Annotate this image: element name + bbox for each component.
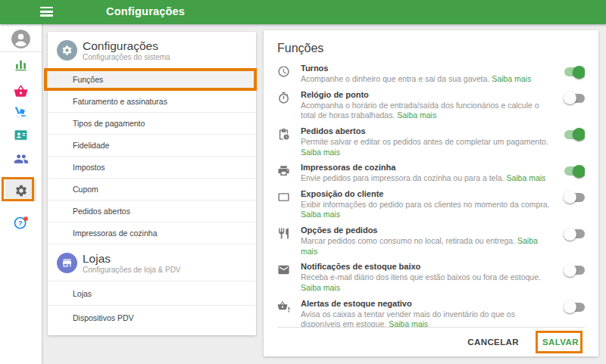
store-circle-icon bbox=[57, 253, 77, 273]
function-row-exposicao-cliente: Exposição do cliente Exibir informações … bbox=[277, 189, 585, 220]
settings-subtitle: Configurações do sistema bbox=[83, 53, 170, 61]
nav-item-label: Funções bbox=[73, 75, 103, 84]
contact-card-icon[interactable] bbox=[0, 128, 42, 142]
function-description: Permite salvar e editar os pedidos antes… bbox=[301, 137, 554, 157]
nav-item-faturamento[interactable]: Faturamento e assinaturas bbox=[48, 90, 256, 112]
toggle-knob bbox=[573, 128, 585, 141]
saiba-mais-link[interactable]: Saiba mais bbox=[301, 210, 340, 219]
people-icon[interactable] bbox=[0, 151, 42, 166]
svg-text:?: ? bbox=[18, 219, 23, 227]
nav-item-label: Faturamento e assinaturas bbox=[73, 97, 167, 106]
function-description: Envie pedidos para impressora da cozinha… bbox=[301, 173, 554, 184]
gear-selected-background bbox=[5, 179, 36, 201]
function-label: Impressoras de cozinha bbox=[301, 163, 554, 172]
bar-chart-icon[interactable] bbox=[0, 58, 42, 72]
nav-item-tipos-pagamento[interactable]: Tipos de pagamento bbox=[48, 112, 256, 134]
function-description: Avisa os caixas a tentar vender mais do … bbox=[301, 310, 554, 327]
function-label: Alertas de estoque negativo bbox=[301, 299, 554, 308]
nav-item-dispositivos-pdv[interactable]: Dispositivos PDV bbox=[48, 305, 256, 329]
nav-item-label: Lojas bbox=[73, 289, 92, 298]
gear-circle-icon bbox=[57, 40, 77, 61]
function-row-alertas-estoque: Alertas de estoque negativo Avisa os cai… bbox=[277, 299, 585, 327]
saiba-mais-link[interactable]: Saiba mais bbox=[301, 148, 340, 157]
stopwatch-icon bbox=[277, 92, 291, 105]
saiba-mais-link[interactable]: Saiba mais bbox=[389, 319, 428, 327]
function-description: Receba e-mail diário dos itens que estão… bbox=[301, 272, 554, 293]
save-button[interactable]: SALVAR bbox=[542, 338, 579, 347]
toggle-knob bbox=[564, 264, 576, 277]
cancel-button[interactable]: CANCELAR bbox=[467, 338, 519, 347]
page-title: Configurações bbox=[106, 5, 185, 17]
handtruck-icon[interactable] bbox=[0, 106, 42, 120]
printer-icon bbox=[277, 164, 291, 178]
toggle-impressoras[interactable] bbox=[564, 166, 585, 176]
nav-item-label: Pedidos abertos bbox=[73, 207, 130, 216]
function-label: Opções de pedidos bbox=[301, 226, 554, 235]
functions-list: Turnos Acompanhe o dinheiro que entra e … bbox=[277, 64, 585, 327]
app-topbar: Configurações bbox=[0, 0, 606, 24]
nav-item-label: Fidelidade bbox=[73, 141, 109, 150]
toggle-knob bbox=[573, 165, 585, 178]
toggle-opcoes-pedidos[interactable] bbox=[564, 229, 585, 238]
toggle-pedidos-abertos[interactable] bbox=[564, 130, 585, 139]
icon-rail: ? bbox=[0, 24, 42, 364]
function-row-pedidos-abertos: Pedidos abertos Permite salvar e editar … bbox=[277, 126, 585, 157]
settings-nav-panel: Configurações Configurações do sistema F… bbox=[48, 32, 256, 335]
nav-item-label: Dispositivos PDV bbox=[73, 313, 134, 322]
toggle-alertas-estoque[interactable] bbox=[564, 303, 585, 312]
functions-footer: CANCELAR SALVAR bbox=[277, 327, 585, 356]
help-icon[interactable]: ? bbox=[0, 216, 42, 232]
function-label: Exposição do cliente bbox=[301, 189, 554, 198]
basket-icon[interactable] bbox=[0, 84, 42, 98]
toggle-knob bbox=[564, 191, 576, 204]
toggle-knob bbox=[573, 66, 585, 79]
hamburger-menu-icon[interactable] bbox=[40, 7, 53, 17]
customer-display-icon bbox=[277, 191, 291, 204]
function-row-notificacoes-estoque: Notificações de estoque baixo Receba e-m… bbox=[277, 262, 585, 293]
function-label: Turnos bbox=[301, 64, 554, 73]
nav-item-funcoes[interactable]: Funções bbox=[48, 68, 256, 90]
toggle-knob bbox=[564, 228, 576, 241]
settings-title: Configurações bbox=[83, 39, 170, 52]
function-label: Notificações de estoque baixo bbox=[301, 262, 554, 271]
toggle-turnos[interactable] bbox=[564, 67, 585, 76]
function-description: Exibir informações do pedido para os cli… bbox=[301, 200, 554, 220]
rail-divider bbox=[0, 51, 42, 52]
nav-item-cupom[interactable]: Cupom bbox=[48, 178, 256, 200]
save-button-label: SALVAR bbox=[542, 338, 579, 347]
nav-item-impressoras[interactable]: Impressoras de cozinha bbox=[48, 222, 256, 244]
nav-item-label: Impostos bbox=[73, 163, 105, 172]
function-description: Acompanhe o dinheiro que entra e sai da … bbox=[301, 74, 554, 85]
clock-icon bbox=[277, 65, 291, 79]
pending-orders-icon bbox=[277, 128, 291, 142]
gear-icon[interactable] bbox=[0, 179, 42, 201]
function-label: Relógio de ponto bbox=[301, 90, 554, 99]
toggle-notificacoes-estoque[interactable] bbox=[564, 266, 585, 275]
envelope-icon bbox=[277, 263, 291, 277]
saiba-mais-link[interactable]: Saiba mais bbox=[301, 283, 340, 292]
nav-item-label: Cupom bbox=[73, 185, 98, 194]
toggle-knob bbox=[564, 92, 576, 104]
function-row-impressoras: Impressoras de cozinha Envie pedidos par… bbox=[277, 163, 585, 184]
nav-item-label: Impressoras de cozinha bbox=[73, 229, 157, 238]
nav-item-pedidos-abertos[interactable]: Pedidos abertos bbox=[48, 200, 256, 222]
toggle-exposicao-cliente[interactable] bbox=[564, 193, 585, 202]
toggle-relogio-de-ponto[interactable] bbox=[564, 94, 585, 103]
stores-section-header: Lojas Configurações de loja & PDV bbox=[48, 244, 256, 281]
nav-item-lojas[interactable]: Lojas bbox=[48, 281, 256, 305]
functions-title: Funções bbox=[277, 42, 585, 55]
function-row-opcoes-pedidos: Opções de pedidos Marcar pedidos como co… bbox=[277, 226, 585, 257]
nav-item-fidelidade[interactable]: Fidelidade bbox=[48, 134, 256, 156]
nav-item-label: Tipos de pagamento bbox=[73, 119, 145, 128]
stores-title: Lojas bbox=[83, 252, 181, 265]
saiba-mais-link[interactable]: Saiba mais bbox=[397, 110, 436, 120]
toggle-knob bbox=[564, 300, 576, 313]
saiba-mais-link[interactable]: Saiba mais bbox=[506, 173, 545, 182]
function-description: Acompanha o horário de entrada/saída dos… bbox=[301, 101, 554, 121]
saiba-mais-link[interactable]: Saiba mais bbox=[492, 74, 531, 83]
account-avatar-icon[interactable] bbox=[0, 29, 42, 49]
stores-subtitle: Configurações de loja & PDV bbox=[83, 266, 181, 274]
function-label: Pedidos abertos bbox=[301, 126, 554, 135]
basket-alert-icon bbox=[277, 300, 291, 314]
nav-item-impostos[interactable]: Impostos bbox=[48, 156, 256, 178]
